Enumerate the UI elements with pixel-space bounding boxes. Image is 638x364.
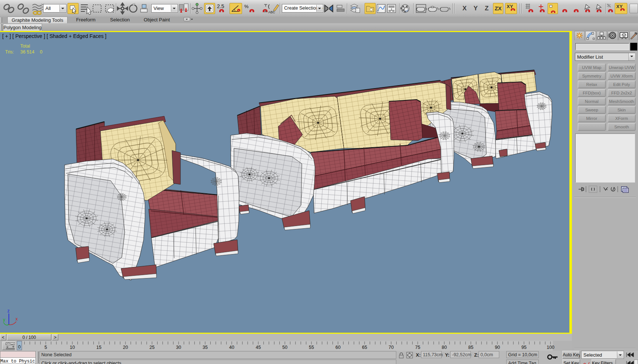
svg-text:45: 45	[256, 345, 261, 350]
svg-text:25: 25	[149, 345, 155, 350]
svg-text:40: 40	[229, 345, 234, 350]
svg-text:5: 5	[45, 345, 47, 350]
svg-text:75: 75	[415, 345, 420, 350]
svg-text:%: %	[244, 4, 249, 9]
svg-text:0: 0	[18, 344, 21, 350]
svg-text:10: 10	[70, 345, 75, 350]
svg-text:30: 30	[176, 345, 181, 350]
svg-text:95: 95	[521, 345, 527, 350]
svg-text:55: 55	[309, 345, 314, 350]
svg-text:15: 15	[96, 345, 101, 350]
svg-text:70: 70	[389, 345, 394, 350]
svg-text:35: 35	[203, 345, 208, 350]
svg-text:20: 20	[123, 345, 128, 350]
svg-text:80: 80	[442, 345, 447, 350]
svg-text:z: z	[7, 309, 10, 313]
svg-text:50: 50	[282, 345, 287, 350]
svg-text:85: 85	[468, 345, 473, 350]
svg-text:90: 90	[495, 345, 500, 350]
svg-text:65: 65	[362, 345, 367, 350]
svg-text:x: x	[15, 316, 18, 322]
svg-text:60: 60	[335, 345, 341, 350]
svg-text:y: y	[3, 317, 5, 322]
svg-text:100: 100	[547, 345, 555, 350]
